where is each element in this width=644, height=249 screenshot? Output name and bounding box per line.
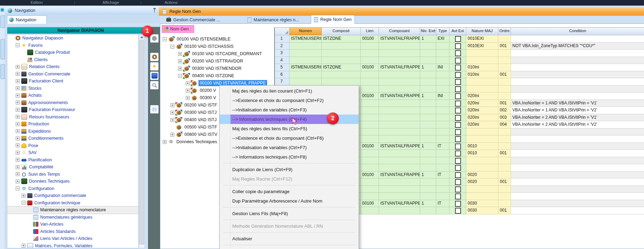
cell-type[interactable] — [436, 114, 449, 122]
tree-expander-plus[interactable]: + — [163, 140, 167, 144]
cell-niv[interactable] — [420, 136, 436, 143]
cell-type[interactable] — [436, 129, 449, 136]
favorites-button[interactable]: ★ — [150, 62, 159, 71]
tree-expander-minus[interactable]: − — [16, 43, 20, 47]
cell-compose[interactable]: ISTZONE — [322, 64, 361, 71]
cell-nature[interactable]: 0010 — [466, 143, 498, 150]
cell-avt[interactable] — [449, 100, 466, 107]
cell-nature[interactable] — [466, 193, 498, 200]
cell-compose[interactable] — [322, 50, 361, 57]
nomgen-item[interactable]: +00300 VAD ISTJ — [170, 109, 218, 116]
dock-tab[interactable] — [0, 39, 5, 59]
avt-exi-checkbox[interactable] — [455, 129, 461, 135]
cell-lien[interactable] — [361, 157, 379, 164]
cell-composant[interactable]: ISTVANTAILFRAPPE — [379, 200, 420, 207]
sidebar-item[interactable]: Clients — [7, 56, 138, 64]
menu-affichage[interactable]: Affichage — [99, 0, 123, 6]
avt-exi-checkbox[interactable] — [455, 201, 461, 207]
avt-exi-checkbox[interactable] — [455, 208, 461, 214]
sidebar-item[interactable]: +Données Techniques — [7, 178, 138, 185]
sidebar-item[interactable]: Nomenclatures génériques — [7, 214, 138, 221]
row-number[interactable]: 1 — [275, 35, 290, 43]
cell-nature[interactable] — [466, 129, 498, 136]
sidebar-item[interactable]: Liens Vari Articles / Articles — [7, 235, 138, 242]
cell-nature[interactable]: 0020 — [466, 171, 498, 179]
cell-ordre[interactable] — [498, 193, 511, 200]
cell-composant[interactable] — [379, 207, 420, 214]
sidebar-item[interactable]: Catalogue Produit — [7, 49, 138, 56]
tree-expander-plus[interactable]: + — [16, 144, 20, 147]
cell-nature[interactable]: 0010EXI — [466, 35, 498, 43]
sidebar-item[interactable]: +Production — [7, 120, 138, 128]
tree-expander-plus[interactable]: + — [16, 94, 20, 97]
cell-lien[interactable] — [361, 57, 379, 64]
cell-ordre[interactable] — [498, 86, 511, 93]
cell-avt[interactable] — [449, 157, 466, 164]
tree-expander-plus[interactable]: + — [178, 59, 182, 63]
cell-type[interactable] — [436, 178, 449, 186]
cell-nomen[interactable] — [290, 57, 322, 64]
cell-lien[interactable] — [361, 100, 379, 107]
tree-expander-minus[interactable]: − — [22, 201, 25, 205]
cell-niv[interactable] — [420, 43, 436, 50]
cell-ordre[interactable]: 002 — [498, 107, 511, 114]
cell-avt[interactable] — [449, 150, 466, 157]
cell-type[interactable]: INI — [436, 64, 449, 71]
cell-avt[interactable] — [449, 78, 466, 86]
cell-ordre[interactable] — [498, 143, 511, 150]
cell-composant[interactable] — [379, 114, 420, 122]
sidebar-item[interactable]: −★Favoris — [7, 42, 138, 49]
cell-avt[interactable] — [449, 193, 466, 200]
avt-exi-checkbox[interactable] — [455, 93, 461, 99]
cell-niv[interactable]: 1 — [420, 143, 436, 150]
tree-expander-plus[interactable]: + — [16, 172, 20, 176]
cell-ordre[interactable] — [498, 136, 511, 143]
sidebar-item[interactable]: Navigateur Diapason — [7, 35, 138, 42]
cell-ordre[interactable] — [498, 57, 511, 64]
search-button[interactable] — [150, 81, 159, 89]
menu-item[interactable]: -->Existence et choix du composant (Ctrl… — [220, 133, 359, 143]
cell-type[interactable] — [436, 57, 449, 64]
cell-ordre[interactable]: 001 — [498, 43, 511, 50]
menu-item[interactable]: --> Informations techniques (Ctrl+F8) — [220, 152, 359, 162]
sidebar-item[interactable]: +Achats — [7, 92, 138, 99]
cell-niv[interactable] — [420, 207, 436, 214]
cell-avt[interactable] — [449, 50, 466, 57]
sidebar-item[interactable]: +Facturation Client — [7, 78, 138, 85]
cell-composant[interactable]: ISTVANTAILFRAPPE — [379, 35, 420, 43]
tree-expander-minus[interactable]: − — [170, 45, 174, 49]
cell-niv[interactable]: 1 — [420, 93, 436, 100]
cell-ordre[interactable] — [498, 157, 511, 164]
cell-composant[interactable]: ISTVANTAILFRAPPE — [379, 64, 420, 71]
cell-ordre[interactable]: 001 — [498, 100, 511, 107]
nomgen-item[interactable]: −00400 VAD ISTZONE — [177, 72, 235, 79]
nomgen-item[interactable]: +00300 VAD ISTMENDOR — [177, 65, 242, 72]
cell-niv[interactable] — [420, 78, 436, 86]
cell-composant[interactable] — [379, 71, 420, 79]
cell-avt[interactable] — [449, 164, 466, 171]
cell-condition[interactable] — [511, 178, 644, 186]
cell-avt[interactable] — [449, 71, 466, 79]
column-header-corner[interactable] — [275, 28, 290, 35]
cell-condition[interactable] — [511, 186, 644, 193]
cell-compose[interactable] — [322, 57, 361, 64]
cell-nature[interactable] — [466, 186, 498, 193]
cell-ordre[interactable]: 001 — [498, 178, 511, 186]
nomgen-item[interactable]: +00200 VAD ISTTRAVDOR — [177, 58, 244, 65]
menu-item[interactable]: -->Initialisation de variables (Ctrl+F7) — [220, 143, 359, 152]
cell-niv[interactable]: 1 — [420, 35, 436, 43]
cell-composant[interactable] — [379, 107, 420, 114]
menu-edition[interactable]: Edition — [27, 0, 46, 6]
avt-exi-checkbox[interactable] — [455, 172, 461, 178]
cell-nomen[interactable]: ISTMENUISERIE — [290, 64, 322, 71]
cell-type[interactable] — [436, 50, 449, 57]
cell-composant[interactable] — [379, 100, 420, 107]
cell-composant[interactable] — [379, 164, 420, 171]
cell-condition[interactable] — [511, 57, 644, 64]
column-header-Composé[interactable]: Composé — [322, 28, 361, 35]
cell-ordre[interactable]: 004 — [498, 121, 511, 129]
cell-niv[interactable] — [420, 71, 436, 79]
avt-exi-checkbox[interactable] — [455, 144, 461, 149]
cell-condition[interactable] — [511, 93, 644, 100]
cell-nature[interactable]: 0020 — [466, 178, 498, 186]
